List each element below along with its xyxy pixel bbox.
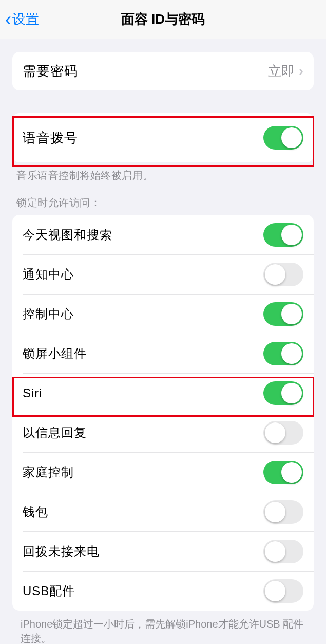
lock-item-label: USB配件 <box>23 583 75 599</box>
lock-item-row: 回拨未接来电 <box>12 531 314 571</box>
lock-item-label: 通知中心 <box>23 266 74 283</box>
require-passcode-value: 立即 › <box>268 62 303 80</box>
lock-item-label: 以信息回复 <box>23 425 87 441</box>
lock-item-label: Siri <box>23 386 43 400</box>
lock-item-toggle[interactable] <box>263 263 303 286</box>
lock-access-header: 锁定时允许访问： <box>0 196 326 215</box>
navbar: ‹ 设置 面容 ID与密码 <box>0 0 326 39</box>
lock-item-label: 回拨未接来电 <box>23 543 100 560</box>
page-title: 面容 ID与密码 <box>0 10 326 28</box>
passcode-group: 需要密码 立即 › <box>12 52 314 90</box>
lock-item-toggle[interactable] <box>263 579 303 603</box>
voice-dial-label: 语音拨号 <box>23 129 78 147</box>
voice-dial-row: 语音拨号 <box>12 113 314 162</box>
lock-item-row: USB配件 <box>12 571 314 611</box>
lock-item-toggle[interactable] <box>263 302 303 326</box>
lock-item-label: 钱包 <box>23 504 48 520</box>
back-label: 设置 <box>12 10 39 28</box>
lock-item-row: 通知中心 <box>12 254 314 294</box>
lock-item-toggle[interactable] <box>263 421 303 445</box>
lock-item-label: 控制中心 <box>23 306 74 322</box>
lock-item-toggle[interactable] <box>263 342 303 365</box>
require-passcode-row[interactable]: 需要密码 立即 › <box>12 52 314 90</box>
back-button[interactable]: ‹ 设置 <box>0 10 39 29</box>
lock-item-row: 钱包 <box>12 492 314 531</box>
chevron-left-icon: ‹ <box>5 10 11 29</box>
lock-item-row: 锁屏小组件 <box>12 334 314 373</box>
lock-access-list: 今天视图和搜索通知中心控制中心锁屏小组件Siri以信息回复家庭控制钱包回拨未接来… <box>12 215 314 611</box>
usb-footer: iPhone锁定超过一小时后，需先解锁iPhone才能允许USB 配件连接。 <box>0 611 326 644</box>
lock-item-row: 控制中心 <box>12 294 314 334</box>
lock-item-label: 家庭控制 <box>23 464 74 481</box>
voice-dial-toggle[interactable] <box>263 126 303 150</box>
lock-item-toggle[interactable] <box>263 500 303 524</box>
lock-item-row: 以信息回复 <box>12 413 314 452</box>
lock-item-label: 锁屏小组件 <box>23 345 87 362</box>
lock-item-row: 今天视图和搜索 <box>12 215 314 254</box>
lock-item-toggle[interactable] <box>263 381 303 405</box>
require-passcode-label: 需要密码 <box>23 62 78 80</box>
lock-item-label: 今天视图和搜索 <box>23 227 112 243</box>
lock-item-toggle[interactable] <box>263 461 303 484</box>
lock-item-toggle[interactable] <box>263 540 303 563</box>
chevron-right-icon: › <box>299 63 303 79</box>
voice-dial-footer: 音乐语音控制将始终被启用。 <box>0 162 326 182</box>
lock-item-row: 家庭控制 <box>12 452 314 492</box>
lock-item-row: Siri <box>12 373 314 413</box>
voice-dial-group: 语音拨号 <box>12 113 314 162</box>
lock-item-toggle[interactable] <box>263 223 303 247</box>
